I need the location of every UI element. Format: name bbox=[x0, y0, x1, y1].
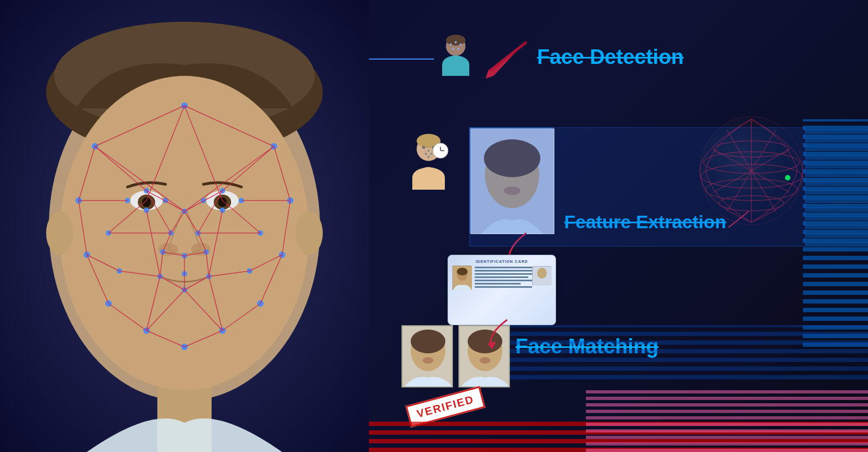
svg-point-15 bbox=[296, 211, 323, 255]
feature-extraction-highlight bbox=[469, 127, 806, 247]
svg-point-104 bbox=[452, 48, 454, 50]
svg-point-100 bbox=[446, 35, 465, 46]
svg-point-10 bbox=[142, 197, 151, 207]
svg-point-11 bbox=[218, 197, 227, 207]
svg-point-105 bbox=[457, 48, 459, 50]
person-detection-icon bbox=[434, 33, 477, 81]
blue-bottom-stripes bbox=[510, 325, 868, 379]
svg-point-146 bbox=[411, 330, 445, 353]
svg-point-141 bbox=[457, 268, 468, 275]
svg-point-102 bbox=[459, 43, 462, 46]
pink-stripes-decoration bbox=[586, 387, 868, 452]
red-knife-icon bbox=[483, 38, 526, 76]
face-detection-label: Face Detection bbox=[537, 46, 684, 69]
svg-point-5 bbox=[60, 76, 309, 390]
svg-point-101 bbox=[450, 43, 452, 46]
svg-point-143 bbox=[537, 268, 547, 279]
id-card-header: IDENTIFICATION CARD bbox=[452, 260, 551, 263]
id-card-photo bbox=[452, 266, 471, 290]
connection-line bbox=[369, 59, 434, 60]
face-background bbox=[0, 0, 369, 452]
svg-point-149 bbox=[423, 357, 433, 364]
svg-point-155 bbox=[480, 357, 490, 364]
face-area bbox=[0, 0, 369, 452]
svg-point-110 bbox=[427, 150, 430, 152]
face-landmark-icon bbox=[401, 130, 456, 192]
main-container: Face Detection bbox=[0, 0, 868, 452]
svg-marker-156 bbox=[487, 341, 496, 349]
id-card-content bbox=[452, 266, 551, 290]
svg-point-14 bbox=[46, 211, 73, 255]
face-mesh-svg bbox=[0, 0, 369, 452]
blue-right-stripes bbox=[806, 127, 868, 247]
id-card-right-photo bbox=[532, 266, 551, 285]
matching-photo-1 bbox=[401, 325, 453, 388]
svg-point-103 bbox=[455, 41, 457, 43]
right-content: Face Detection bbox=[369, 0, 868, 452]
face-detection-section: Face Detection bbox=[434, 33, 684, 81]
